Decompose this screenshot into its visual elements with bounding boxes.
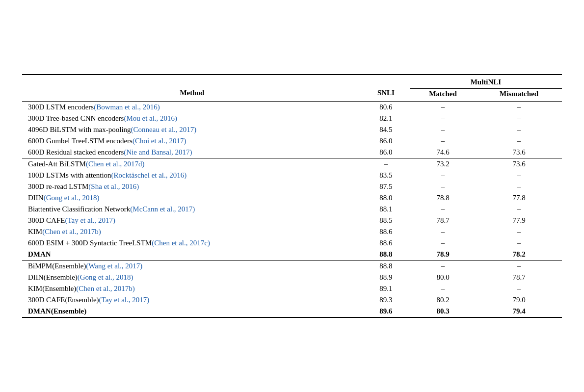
snli-cell: 86.0 <box>362 147 410 158</box>
mismatched-cell: 73.6 <box>476 147 562 158</box>
method-cell: 300D LSTM encoders(Bowman et al., 2016) <box>22 102 362 113</box>
table-row: KIM(Chen et al., 2017b)88.6–– <box>22 226 562 237</box>
mismatched-cell: – <box>476 226 562 237</box>
mismatched-cell: 78.7 <box>476 272 562 283</box>
snli-column-header: SNLI <box>362 75 410 102</box>
table-row: 600D Residual stacked encoders(Nie and B… <box>22 147 562 158</box>
matched-cell: 78.7 <box>410 215 476 226</box>
table-row: 300D CAFE(Tay et al., 2017)88.578.777.9 <box>22 215 562 226</box>
matched-cell: – <box>410 261 476 272</box>
matched-cell: – <box>410 102 476 113</box>
snli-cell: 82.1 <box>362 113 410 124</box>
matched-cell: – <box>410 226 476 237</box>
results-table: Method SNLI MultiNLI Matched Mismatched … <box>22 74 562 318</box>
method-cell: 600D Gumbel TreeLSTM encoders(Choi et al… <box>22 135 362 147</box>
table-row: 300D LSTM encoders(Bowman et al., 2016)8… <box>22 102 562 113</box>
mismatched-cell: – <box>476 170 562 181</box>
table-row: KIM(Ensemble)(Chen et al., 2017b)89.1–– <box>22 283 562 294</box>
matched-cell: – <box>410 237 476 249</box>
table-row: DIIN(Gong et al., 2018)88.078.877.8 <box>22 192 562 204</box>
matched-cell: – <box>410 113 476 124</box>
method-cell: 600D Residual stacked encoders(Nie and B… <box>22 147 362 158</box>
matched-cell: – <box>410 204 476 215</box>
mismatched-cell: – <box>476 204 562 215</box>
matched-cell: 80.3 <box>410 306 476 317</box>
mismatched-cell: – <box>476 113 562 124</box>
table-row: 4096D BiLSTM with max-pooling(Conneau et… <box>22 124 562 135</box>
matched-cell: – <box>410 135 476 147</box>
mismatched-cell: 79.0 <box>476 294 562 306</box>
table-row: DIIN(Ensemble)(Gong et al., 2018)88.980.… <box>22 272 562 283</box>
method-cell: BiMPM(Ensemble)(Wang et al., 2017) <box>22 261 362 272</box>
snli-cell: 88.8 <box>362 261 410 272</box>
snli-cell: 88.1 <box>362 204 410 215</box>
method-cell: 300D CAFE(Ensemble)(Tay et al., 2017) <box>22 294 362 306</box>
table-row: 300D re-read LSTM(Sha et al., 2016)87.5–… <box>22 181 562 192</box>
table-row: BiMPM(Ensemble)(Wang et al., 2017)88.8–– <box>22 261 562 272</box>
table-row: Gated-Att BiLSTM(Chen et al., 2017d)–73.… <box>22 158 562 170</box>
matched-cell: – <box>410 124 476 135</box>
snli-cell: 89.1 <box>362 283 410 294</box>
snli-cell: 88.5 <box>362 215 410 226</box>
mismatched-cell: – <box>476 237 562 249</box>
table-row: DMAN88.878.978.2 <box>22 249 562 261</box>
table-container: Method SNLI MultiNLI Matched Mismatched … <box>22 74 562 318</box>
multinli-column-header: MultiNLI <box>410 75 562 89</box>
method-cell: Biattentive Classification Network(McCan… <box>22 204 362 215</box>
table-body: 300D LSTM encoders(Bowman et al., 2016)8… <box>22 102 562 318</box>
method-cell: 100D LSTMs with attention(Rocktäschel et… <box>22 170 362 181</box>
mismatched-cell: – <box>476 261 562 272</box>
snli-cell: 88.6 <box>362 226 410 237</box>
matched-cell: 78.9 <box>410 249 476 261</box>
snli-cell: 83.5 <box>362 170 410 181</box>
matched-cell: 80.0 <box>410 272 476 283</box>
mismatched-cell: – <box>476 124 562 135</box>
table-row: DMAN(Ensemble)89.680.379.4 <box>22 306 562 317</box>
method-cell: 300D Tree-based CNN encoders(Mou et al.,… <box>22 113 362 124</box>
mismatched-cell: – <box>476 102 562 113</box>
table-row: 100D LSTMs with attention(Rocktäschel et… <box>22 170 562 181</box>
matched-cell: 78.8 <box>410 192 476 204</box>
matched-cell: – <box>410 170 476 181</box>
mismatched-cell: 77.9 <box>476 215 562 226</box>
method-cell: KIM(Chen et al., 2017b) <box>22 226 362 237</box>
method-cell: 4096D BiLSTM with max-pooling(Conneau et… <box>22 124 362 135</box>
snli-cell: 88.8 <box>362 249 410 261</box>
matched-cell: 74.6 <box>410 147 476 158</box>
snli-cell: 89.6 <box>362 306 410 317</box>
table-row: 300D Tree-based CNN encoders(Mou et al.,… <box>22 113 562 124</box>
matched-cell: – <box>410 181 476 192</box>
table-row: 300D CAFE(Ensemble)(Tay et al., 2017)89.… <box>22 294 562 306</box>
mismatched-cell: 73.6 <box>476 158 562 170</box>
snli-cell: 80.6 <box>362 102 410 113</box>
matched-cell: – <box>410 283 476 294</box>
mismatched-cell: – <box>476 135 562 147</box>
snli-cell: 87.5 <box>362 181 410 192</box>
method-cell: DIIN(Ensemble)(Gong et al., 2018) <box>22 272 362 283</box>
method-cell: DIIN(Gong et al., 2018) <box>22 192 362 204</box>
method-cell: DMAN(Ensemble) <box>22 306 362 317</box>
table-row: Biattentive Classification Network(McCan… <box>22 204 562 215</box>
snli-cell: 84.5 <box>362 124 410 135</box>
method-cell: 300D CAFE(Tay et al., 2017) <box>22 215 362 226</box>
method-cell: 300D re-read LSTM(Sha et al., 2016) <box>22 181 362 192</box>
snli-cell: 89.3 <box>362 294 410 306</box>
mismatched-cell: 79.4 <box>476 306 562 317</box>
snli-cell: 88.6 <box>362 237 410 249</box>
mismatched-cell: – <box>476 283 562 294</box>
snli-cell: – <box>362 158 410 170</box>
mismatched-column-header: Mismatched <box>476 89 562 102</box>
table-row: 600D ESIM + 300D Syntactic TreeLSTM(Chen… <box>22 237 562 249</box>
method-column-header: Method <box>22 75 362 102</box>
table-row: 600D Gumbel TreeLSTM encoders(Choi et al… <box>22 135 562 147</box>
mismatched-cell: 78.2 <box>476 249 562 261</box>
mismatched-cell: 77.8 <box>476 192 562 204</box>
method-cell: DMAN <box>22 249 362 261</box>
snli-cell: 88.0 <box>362 192 410 204</box>
matched-cell: 80.2 <box>410 294 476 306</box>
method-cell: 600D ESIM + 300D Syntactic TreeLSTM(Chen… <box>22 237 362 249</box>
method-cell: Gated-Att BiLSTM(Chen et al., 2017d) <box>22 158 362 170</box>
method-cell: KIM(Ensemble)(Chen et al., 2017b) <box>22 283 362 294</box>
matched-column-header: Matched <box>410 89 476 102</box>
header-row-1: Method SNLI MultiNLI <box>22 75 562 89</box>
